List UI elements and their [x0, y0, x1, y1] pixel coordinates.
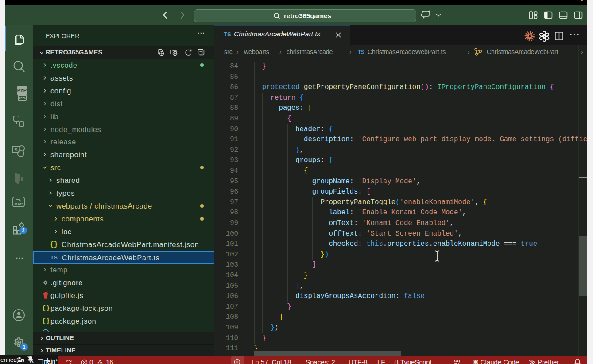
svg-text:M365: M365 — [14, 202, 23, 206]
svg-text:S: S — [14, 147, 17, 152]
svg-text:!: ! — [22, 359, 23, 363]
